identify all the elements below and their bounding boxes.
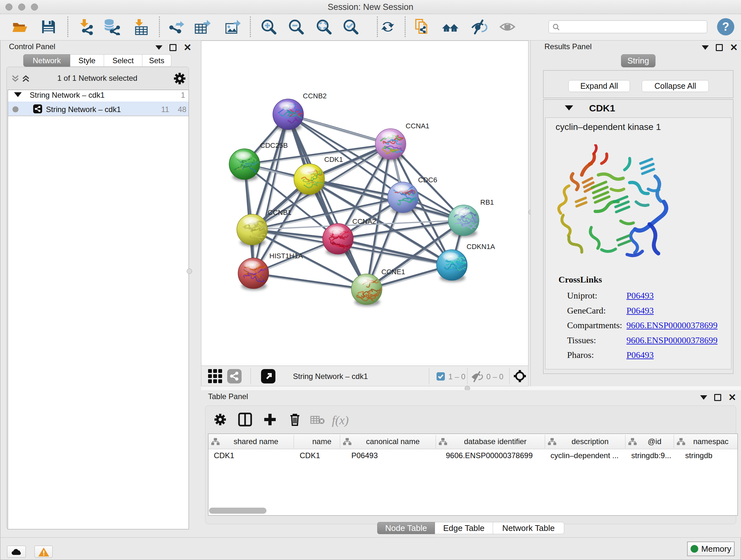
- svg-text:CCNE1: CCNE1: [381, 268, 405, 276]
- svg-text:CDK1: CDK1: [324, 155, 343, 164]
- svg-text:HIST1H1A: HIST1H1A: [269, 252, 303, 260]
- svg-text:CCNB1: CCNB1: [268, 208, 292, 216]
- svg-text:CDKN1A: CDKN1A: [467, 243, 495, 251]
- svg-text:RB1: RB1: [480, 198, 494, 206]
- svg-text:CDC25B: CDC25B: [260, 141, 288, 149]
- svg-text:CCNA2: CCNA2: [352, 217, 376, 226]
- svg-text:CCNA1: CCNA1: [406, 122, 429, 130]
- svg-text:CDC6: CDC6: [418, 176, 437, 184]
- svg-text:CCNB2: CCNB2: [303, 92, 327, 100]
